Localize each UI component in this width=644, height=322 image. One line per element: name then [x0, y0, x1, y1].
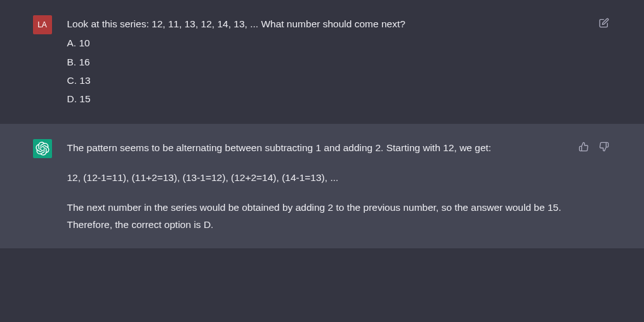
openai-logo-icon	[36, 142, 49, 156]
option-a: A. 10	[67, 34, 574, 52]
thumbs-down-button[interactable]	[596, 139, 612, 154]
thumbs-up-button[interactable]	[576, 139, 591, 154]
assistant-message-inner: The pattern seems to be alternating betw…	[18, 139, 627, 234]
thumbs-down-icon	[599, 142, 609, 152]
assistant-avatar	[33, 139, 52, 158]
user-actions	[596, 15, 612, 30]
option-d: D. 15	[67, 90, 574, 108]
user-avatar: LA	[33, 15, 52, 34]
thumbs-up-icon	[579, 142, 589, 152]
assistant-paragraph-3: The next number in the series would be o…	[67, 199, 574, 233]
answer-options: A. 10 B. 16 C. 13 D. 15	[67, 34, 574, 109]
user-message-inner: LA Look at this series: 12, 11, 13, 12, …	[18, 15, 627, 109]
assistant-content: The pattern seems to be alternating betw…	[67, 139, 612, 234]
assistant-paragraph-2: 12, (12-1=11), (11+2=13), (13-1=12), (12…	[67, 169, 574, 186]
user-question: Look at this series: 12, 11, 13, 12, 14,…	[67, 15, 574, 32]
option-b: B. 16	[67, 53, 574, 71]
user-message: LA Look at this series: 12, 11, 13, 12, …	[0, 0, 644, 124]
edit-icon	[599, 18, 609, 28]
user-avatar-label: LA	[37, 18, 47, 32]
edit-button[interactable]	[596, 15, 612, 30]
assistant-message: The pattern seems to be alternating betw…	[0, 124, 644, 249]
user-content: Look at this series: 12, 11, 13, 12, 14,…	[67, 15, 612, 109]
assistant-paragraph-1: The pattern seems to be alternating betw…	[67, 139, 574, 156]
option-c: C. 13	[67, 71, 574, 90]
assistant-actions	[576, 139, 612, 154]
